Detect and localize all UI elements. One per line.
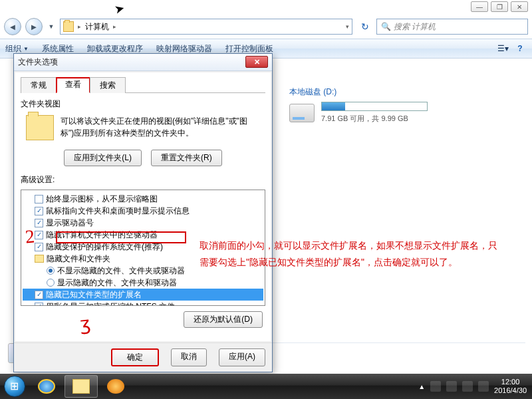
cmd-organize[interactable]: 组织▼ xyxy=(5,43,29,55)
drive-title: 本地磁盘 (D:) xyxy=(289,86,456,98)
taskbar: ▲ 12:00 2016/4/30 xyxy=(0,374,532,399)
close-window-button[interactable]: ✕ xyxy=(511,1,528,12)
checkbox[interactable] xyxy=(35,303,43,307)
cmd-system-props[interactable]: 系统属性 xyxy=(42,43,74,55)
restore-defaults-button[interactable]: 还原为默认值(D) xyxy=(184,311,263,328)
view-mode-icon[interactable]: ☰▾ xyxy=(496,42,509,55)
media-player-icon xyxy=(107,379,124,394)
advanced-label: 高级设置: xyxy=(21,174,265,186)
nav-history-dropdown[interactable]: ▼ xyxy=(47,18,56,35)
tray-icon[interactable] xyxy=(430,381,441,392)
tray-network-icon[interactable] xyxy=(462,381,473,392)
checkbox[interactable] xyxy=(35,231,43,239)
tree-item-label: 显示驱动器号 xyxy=(46,217,94,228)
window-controls: — ❐ ✕ xyxy=(471,1,528,12)
explorer-nav: ◄ ► ▼ ▸ 计算机 ▸ ▾ ↻ 🔍 搜索 计算机 xyxy=(0,16,532,37)
tree-item-label: 隐藏计算机文件夹中的空驱动器 xyxy=(46,229,158,240)
folder-options-dialog: 文件夹选项 ✕ 常规 查看 搜索 文件夹视图 可以将该文件夹正在使用的视图(例如… xyxy=(13,53,273,372)
annotation-text: 取消前面的小勾，就可以显示文件扩展名，如果不想显示文件扩展名，只需要勾选上"隐藏… xyxy=(200,237,505,271)
ok-button[interactable]: 确定 xyxy=(111,348,159,366)
breadcrumb-label: 计算机 xyxy=(85,21,109,33)
windows-logo-icon xyxy=(4,376,25,397)
cursor-icon: ➤ xyxy=(112,0,126,17)
dialog-close-button[interactable]: ✕ xyxy=(245,56,268,68)
system-tray: ▲ 12:00 2016/4/30 xyxy=(418,378,532,395)
taskbar-explorer[interactable] xyxy=(65,375,98,398)
tree-item-label: 用彩色显示加密或压缩的 NTFS 文件 xyxy=(46,301,175,306)
taskbar-media-player[interactable] xyxy=(99,375,132,398)
tab-general[interactable]: 常规 xyxy=(21,77,57,93)
breadcrumb[interactable]: ▸ 计算机 ▸ ▾ xyxy=(60,19,352,35)
search-input[interactable]: 🔍 搜索 计算机 xyxy=(376,19,528,35)
tree-item-label: 隐藏文件和文件夹 xyxy=(47,253,110,264)
radio[interactable] xyxy=(47,267,55,275)
folder-view-label: 文件夹视图 xyxy=(21,98,265,110)
annotation-scribble-2: ʒ xyxy=(79,312,92,334)
annotation-scribble-1: 2 xyxy=(25,225,36,247)
tree-item-label: 隐藏已知文件类型的扩展名 xyxy=(46,289,142,300)
tree-item[interactable]: 隐藏已知文件类型的扩展名 xyxy=(23,289,263,301)
reset-folders-button[interactable]: 重置文件夹(R) xyxy=(151,150,222,166)
checkbox[interactable] xyxy=(35,207,43,215)
drive-usage-bar xyxy=(321,102,428,111)
search-placeholder: 搜索 计算机 xyxy=(394,21,436,33)
dialog-title: 文件夹选项 xyxy=(14,54,272,71)
tree-item-label: 隐藏受保护的操作系统文件(推荐) xyxy=(46,241,163,252)
maximize-button[interactable]: ❐ xyxy=(491,1,508,12)
checkbox[interactable] xyxy=(35,195,43,203)
search-icon: 🔍 xyxy=(381,22,391,31)
dialog-tabs: 常规 查看 搜索 xyxy=(21,76,265,93)
apply-button[interactable]: 应用(A) xyxy=(219,348,265,366)
drive-free-text: 7.91 GB 可用，共 9.99 GB xyxy=(321,114,428,124)
tree-item[interactable]: 显示驱动器号 xyxy=(23,217,263,229)
tray-volume-icon[interactable] xyxy=(478,381,489,392)
cancel-button[interactable]: 取消 xyxy=(171,348,207,366)
back-button[interactable]: ◄ xyxy=(4,18,21,35)
tab-view[interactable]: 查看 xyxy=(56,77,90,93)
checkbox[interactable] xyxy=(35,243,43,251)
tree-item-label: 显示隐藏的文件、文件夹和驱动器 xyxy=(57,277,177,288)
tab-search[interactable]: 搜索 xyxy=(90,77,126,93)
folder-icon xyxy=(72,379,90,394)
chevron-down-icon[interactable]: ▾ xyxy=(346,23,349,30)
apply-to-folders-button[interactable]: 应用到文件夹(L) xyxy=(64,150,142,166)
checkbox[interactable] xyxy=(35,291,43,299)
cmd-control-panel[interactable]: 打开控制面板 xyxy=(225,43,273,55)
drive-icon xyxy=(289,104,315,122)
folder-icon xyxy=(35,255,44,263)
cmd-uninstall[interactable]: 卸载或更改程序 xyxy=(87,43,143,55)
forward-button[interactable]: ► xyxy=(25,18,43,35)
folder-icon xyxy=(26,115,54,140)
tree-item-label: 不显示隐藏的文件、文件夹或驱动器 xyxy=(57,265,185,276)
tree-item-label: 始终显示图标，从不显示缩略图 xyxy=(46,194,158,204)
start-button[interactable] xyxy=(0,374,29,399)
tree-item[interactable]: 始终显示图标，从不显示缩略图 xyxy=(23,193,263,205)
minimize-button[interactable]: — xyxy=(471,1,488,12)
tree-item[interactable]: 显示隐藏的文件、文件夹和驱动器 xyxy=(23,277,263,289)
taskbar-clock[interactable]: 12:00 2016/4/30 xyxy=(494,378,527,395)
tree-item[interactable]: 用彩色显示加密或压缩的 NTFS 文件 xyxy=(23,301,263,306)
cmd-map-drive[interactable]: 映射网络驱动器 xyxy=(156,43,212,55)
computer-icon xyxy=(63,21,74,32)
folder-view-desc: 可以将该文件夹正在使用的视图(例如"详细信息"或"图标")应用到所有这种类型的文… xyxy=(61,115,260,140)
taskbar-ie[interactable] xyxy=(30,375,63,398)
checkbox[interactable] xyxy=(35,219,43,227)
help-icon[interactable]: ? xyxy=(513,42,527,55)
ie-icon xyxy=(38,379,55,394)
tray-up-icon[interactable]: ▲ xyxy=(418,383,425,390)
chevron-right-icon: ▸ xyxy=(78,23,81,30)
chevron-right-icon: ▸ xyxy=(113,23,116,30)
tree-item-label: 鼠标指向文件夹和桌面项时显示提示信息 xyxy=(46,205,190,216)
tray-flag-icon[interactable] xyxy=(446,381,457,392)
tree-item[interactable]: 鼠标指向文件夹和桌面项时显示提示信息 xyxy=(23,205,263,217)
radio[interactable] xyxy=(47,279,55,287)
drive-item[interactable]: 本地磁盘 (D:) 7.91 GB 可用，共 9.99 GB xyxy=(289,86,456,124)
refresh-button[interactable]: ↻ xyxy=(358,19,372,34)
